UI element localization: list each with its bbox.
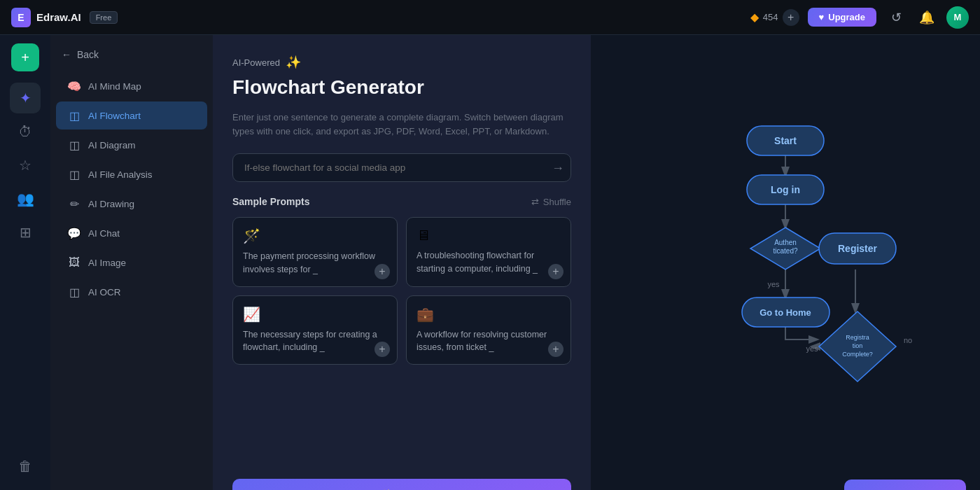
diagram-icon: ◫: [67, 138, 81, 152]
heart-icon: ♥: [819, 12, 825, 22]
sidebar-item-label: AI Flowchart: [88, 111, 141, 121]
sidebar-item-label: AI Image: [88, 258, 126, 268]
edit-in-canvas-button[interactable]: Edit in Canvas →: [844, 479, 966, 490]
main-content: AI-Powered ✨ Flowchart Generator Enter j…: [213, 35, 591, 490]
prompt-card-0[interactable]: 🪄 The payment processing workflow involv…: [232, 217, 398, 287]
free-badge: Free: [90, 11, 118, 24]
svg-text:yes: yes: [806, 344, 818, 353]
svg-text:yes: yes: [767, 280, 780, 288]
prompt-add-2[interactable]: +: [374, 342, 390, 357]
prompt-card-3[interactable]: 💼 A workflow for resolving customer issu…: [406, 295, 571, 365]
sidebar: ← Back 🧠 AI Mind Map ◫ AI Flowchart ◫ AI…: [50, 35, 213, 490]
file-analysis-icon: ◫: [67, 167, 81, 181]
svg-text:Register: Register: [838, 243, 878, 254]
shuffle-icon: ⇄: [531, 197, 539, 207]
back-label: Back: [77, 49, 99, 60]
prompts-grid: 🪄 The payment processing workflow involv…: [232, 217, 571, 365]
prompt-icon-2: 📈: [243, 306, 387, 323]
sidebar-item-ai-drawing[interactable]: ✏ AI Drawing: [56, 190, 207, 218]
start-button[interactable]: ✨ Start: [232, 479, 571, 490]
sample-prompts-label: Sample Prompts: [232, 196, 309, 207]
preview-area: Start Log in Authen ticated? no yes Regi…: [591, 35, 980, 490]
notification-button[interactable]: 🔔: [916, 6, 938, 29]
shuffle-button[interactable]: ⇄ Shuffle: [531, 197, 571, 207]
avatar-initials: M: [954, 12, 962, 22]
drawing-icon: ✏: [67, 197, 81, 211]
sidebar-item-ai-chat[interactable]: 💬 AI Chat: [56, 219, 207, 247]
flowchart-icon: ◫: [67, 108, 81, 122]
avatar[interactable]: M: [946, 6, 969, 29]
page-body: + ✦ ⏱ ☆ 👥 ⊞ 🗑 ← Back 🧠 AI Mind Map ◫ AI …: [0, 35, 980, 490]
top-bar: E Edraw.AI Free ◆ 454 + ♥ Upgrade ↺ 🔔 M: [0, 0, 980, 35]
svg-text:Registra: Registra: [846, 334, 869, 341]
shuffle-label: Shuffle: [543, 197, 571, 207]
ai-powered-label: AI-Powered ✨: [232, 55, 571, 70]
add-credit-button[interactable]: +: [783, 9, 799, 26]
prompt-input-wrapper: →: [232, 153, 571, 182]
sidebar-item-label: AI OCR: [88, 287, 121, 298]
sidebar-item-label: AI Mind Map: [88, 81, 141, 92]
chat-icon: 💬: [67, 226, 81, 240]
prompt-input[interactable]: [232, 153, 571, 182]
flowchart-svg: Start Log in Authen ticated? no yes Regi…: [638, 98, 932, 462]
prompt-icon-3: 💼: [416, 306, 561, 323]
prompt-text-3: A workflow for resolving customer issues…: [416, 328, 561, 355]
svg-text:no: no: [904, 336, 912, 344]
sidebar-item-ai-diagram[interactable]: ◫ AI Diagram: [56, 131, 207, 159]
svg-text:Complete?: Complete?: [842, 351, 873, 358]
page-title: Flowchart Generator: [232, 76, 571, 99]
prompt-submit-button[interactable]: →: [552, 160, 564, 175]
ai-powered-text: AI-Powered: [232, 57, 280, 68]
refresh-button[interactable]: ↺: [885, 6, 907, 29]
sidebar-item-label: AI Chat: [88, 228, 120, 239]
svg-text:Log in: Log in: [771, 184, 800, 195]
new-item-button[interactable]: +: [11, 43, 39, 71]
sidebar-item-ai-file-analysis[interactable]: ◫ AI File Analysis: [56, 160, 207, 188]
prompt-card-2[interactable]: 📈 The necessary steps for creating a flo…: [232, 295, 398, 365]
prompt-icon-0: 🪄: [243, 227, 387, 244]
back-button[interactable]: ← Back: [50, 43, 213, 66]
svg-text:Authen: Authen: [774, 239, 797, 246]
sidebar-item-label: AI Diagram: [88, 140, 136, 150]
prompt-text-0: The payment processing workflow involves…: [243, 250, 387, 276]
history-icon[interactable]: ⏱: [10, 116, 41, 147]
back-arrow-icon: ←: [62, 49, 71, 60]
mind-map-icon: 🧠: [67, 79, 81, 93]
sparkle-icon: ✨: [286, 55, 301, 70]
svg-text:Start: Start: [774, 135, 797, 146]
sidebar-item-label: AI Drawing: [88, 199, 134, 209]
sidebar-item-ai-image[interactable]: 🖼 AI Image: [56, 248, 207, 276]
credit-area: ◆ 454 +: [750, 9, 799, 26]
prompt-add-3[interactable]: +: [548, 342, 564, 357]
sidebar-item-ai-ocr[interactable]: ◫ AI OCR: [56, 278, 207, 306]
prompt-add-1[interactable]: +: [548, 264, 564, 279]
apps-icon[interactable]: ⊞: [10, 217, 41, 248]
sample-header: Sample Prompts ⇄ Shuffle: [232, 196, 571, 207]
prompt-add-0[interactable]: +: [374, 264, 390, 279]
upgrade-button[interactable]: ♥ Upgrade: [808, 8, 876, 27]
ai-tools-icon[interactable]: ✦: [10, 83, 41, 113]
prompt-icon-1: 🖥: [416, 227, 561, 244]
left-icon-bar: + ✦ ⏱ ☆ 👥 ⊞ 🗑: [0, 35, 50, 490]
image-icon: 🖼: [67, 255, 81, 270]
prompt-text-2: The necessary steps for creating a flowc…: [243, 328, 387, 355]
prompt-card-1[interactable]: 🖥 A troubleshooting flowchart for starti…: [406, 217, 571, 287]
svg-text:Go to Home: Go to Home: [760, 307, 811, 318]
credit-icon: ◆: [750, 10, 759, 24]
brand-name: Edraw.AI: [36, 11, 81, 23]
prompt-text-1: A troubleshooting flowchart for starting…: [416, 249, 561, 276]
team-icon[interactable]: 👥: [10, 183, 41, 214]
trash-icon[interactable]: 🗑: [10, 451, 41, 482]
ocr-icon: ◫: [67, 285, 81, 299]
sidebar-item-ai-flowchart[interactable]: ◫ AI Flowchart: [56, 102, 207, 130]
upgrade-label: Upgrade: [828, 12, 865, 22]
sidebar-item-ai-mind-map[interactable]: 🧠 AI Mind Map: [56, 72, 207, 100]
sidebar-item-label: AI File Analysis: [88, 169, 153, 180]
credit-count: 454: [763, 12, 778, 22]
svg-text:ticated?: ticated?: [773, 247, 797, 255]
description-text: Enter just one sentence to generate a co…: [232, 111, 571, 140]
brand-logo: E: [11, 8, 31, 27]
favorites-icon[interactable]: ☆: [10, 150, 41, 181]
app-brand: E Edraw.AI: [11, 8, 81, 27]
svg-text:tion: tion: [853, 342, 863, 349]
